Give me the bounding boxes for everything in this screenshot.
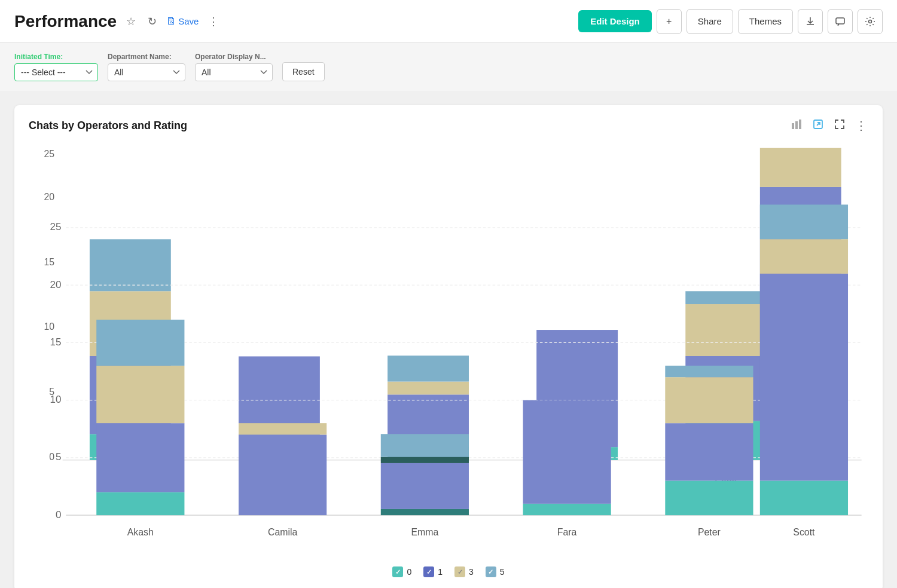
chart-expand-icon[interactable] xyxy=(832,117,847,134)
comment-button[interactable] xyxy=(828,9,853,34)
chart-more-icon[interactable]: ⋮ xyxy=(854,117,868,134)
legend-label-3: 3 xyxy=(469,567,474,577)
initiated-time-filter: Initiated Time: --- Select --- xyxy=(14,53,98,81)
svg-text:Emma: Emma xyxy=(411,527,438,537)
svg-rect-70 xyxy=(760,480,848,515)
svg-text:10: 10 xyxy=(50,394,61,405)
svg-rect-36 xyxy=(760,148,841,187)
more-options-button[interactable]: ⋮ xyxy=(206,13,221,30)
main-content: Chats by Operators and Rating xyxy=(0,91,897,588)
svg-rect-58 xyxy=(381,463,469,509)
svg-rect-32 xyxy=(685,291,767,304)
svg-rect-60 xyxy=(381,434,469,457)
add-button[interactable]: + xyxy=(657,9,682,34)
legend-label-0: 0 xyxy=(407,567,411,577)
svg-point-1 xyxy=(869,20,872,23)
legend-item-0: ✓ 0 xyxy=(392,566,411,577)
svg-rect-2 xyxy=(792,123,794,129)
chart-header: Chats by Operators and Rating xyxy=(29,117,868,134)
legend-checkbox-5[interactable]: ✓ xyxy=(486,566,496,577)
svg-rect-54 xyxy=(239,434,327,515)
svg-rect-63 xyxy=(523,400,611,503)
svg-text:20: 20 xyxy=(50,278,61,290)
svg-text:0: 0 xyxy=(49,452,54,462)
operator-display-filter: Operator Display N... All xyxy=(195,53,273,81)
chart-actions: ⋮ xyxy=(789,117,868,134)
department-name-select[interactable]: All xyxy=(108,63,185,81)
header-left: Performance ☆ ↻ 🖺 Save ⋮ xyxy=(14,12,221,31)
header-right: Edit Design + Share Themes xyxy=(578,9,883,34)
share-button[interactable]: Share xyxy=(687,9,733,34)
svg-text:10: 10 xyxy=(44,321,54,332)
svg-text:0: 0 xyxy=(56,509,61,520)
svg-rect-59 xyxy=(381,457,469,463)
svg-text:15: 15 xyxy=(50,336,61,348)
chart-title: Chats by Operators and Rating xyxy=(29,120,187,132)
svg-text:15: 15 xyxy=(44,257,54,267)
header: Performance ☆ ↻ 🖺 Save ⋮ Edit Design + S… xyxy=(0,0,897,43)
svg-rect-55 xyxy=(239,423,327,434)
export-button[interactable] xyxy=(798,9,823,34)
chart-external-link-icon[interactable] xyxy=(811,117,825,134)
svg-rect-67 xyxy=(665,377,753,423)
svg-rect-3 xyxy=(795,121,798,129)
svg-rect-71 xyxy=(760,274,848,480)
favorite-button[interactable]: ☆ xyxy=(124,13,138,30)
svg-text:5: 5 xyxy=(56,451,61,463)
svg-rect-0 xyxy=(836,18,844,24)
operator-display-label: Operator Display N... xyxy=(195,53,273,61)
settings-button[interactable] xyxy=(858,9,883,34)
legend-label-1: 1 xyxy=(438,567,443,577)
chart-legend: ✓ 0 ✓ 1 ✓ 3 ✓ 5 xyxy=(29,566,868,577)
svg-text:Fara: Fara xyxy=(557,527,577,537)
svg-text:Peter: Peter xyxy=(698,527,721,537)
svg-rect-65 xyxy=(665,480,753,515)
svg-text:Scott: Scott xyxy=(793,527,815,537)
department-name-filter: Department Name: All xyxy=(108,53,185,81)
legend-checkbox-1[interactable]: ✓ xyxy=(423,566,434,577)
svg-rect-52 xyxy=(96,320,184,366)
legend-item-3: ✓ 3 xyxy=(454,566,474,577)
legend-label-5: 5 xyxy=(500,567,505,577)
svg-text:Akash: Akash xyxy=(127,527,154,537)
svg-rect-57 xyxy=(381,509,469,515)
svg-text:25: 25 xyxy=(44,149,54,159)
svg-rect-50 xyxy=(96,423,184,492)
department-name-label: Department Name: xyxy=(108,53,185,61)
svg-rect-31 xyxy=(685,304,767,356)
svg-text:25: 25 xyxy=(50,221,61,232)
chart-area: 0 5 10 15 20 25 Akash xyxy=(29,143,868,552)
page-title: Performance xyxy=(14,12,117,31)
svg-rect-16 xyxy=(90,239,171,291)
refresh-button[interactable]: ↻ xyxy=(145,13,159,30)
svg-rect-62 xyxy=(523,504,611,515)
svg-rect-68 xyxy=(665,366,753,377)
svg-rect-24 xyxy=(388,356,469,381)
svg-rect-72 xyxy=(760,239,848,274)
svg-rect-73 xyxy=(760,204,848,239)
svg-rect-66 xyxy=(665,423,753,480)
operator-display-select[interactable]: All xyxy=(195,63,273,81)
svg-rect-51 xyxy=(96,366,184,423)
edit-design-button[interactable]: Edit Design xyxy=(578,10,652,32)
chart-bar-icon[interactable] xyxy=(789,117,804,134)
initiated-time-label: Initiated Time: xyxy=(14,53,98,61)
svg-rect-4 xyxy=(799,120,801,129)
chart-card: Chats by Operators and Rating xyxy=(14,105,883,588)
svg-rect-23 xyxy=(388,382,469,395)
reset-button[interactable]: Reset xyxy=(282,62,325,81)
filters: Initiated Time: --- Select --- Departmen… xyxy=(0,43,897,91)
svg-rect-49 xyxy=(96,492,184,514)
save-button[interactable]: 🖺 Save xyxy=(166,16,199,27)
initiated-time-select[interactable]: --- Select --- xyxy=(14,63,98,81)
legend-checkbox-3[interactable]: ✓ xyxy=(454,566,465,577)
legend-item-1: ✓ 1 xyxy=(423,566,443,577)
svg-text:Camila: Camila xyxy=(268,527,297,537)
legend-item-5: ✓ 5 xyxy=(486,566,505,577)
svg-text:20: 20 xyxy=(44,192,54,202)
save-icon: 🖺 xyxy=(166,16,176,27)
themes-button[interactable]: Themes xyxy=(738,9,793,34)
legend-checkbox-0[interactable]: ✓ xyxy=(392,566,403,577)
